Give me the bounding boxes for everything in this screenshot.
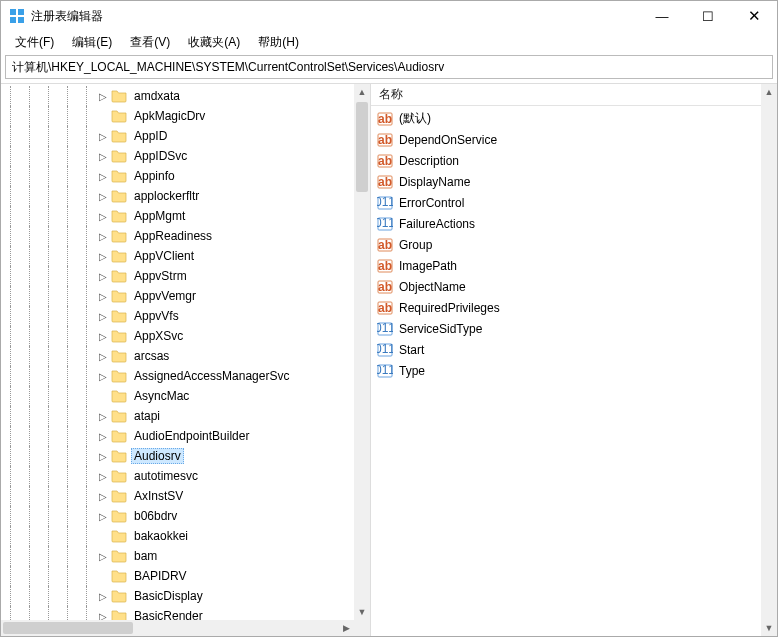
folder-icon (111, 509, 127, 523)
tree-item[interactable]: ▷Audiosrv (1, 446, 354, 466)
value-row[interactable]: abDisplayName (371, 171, 761, 192)
chevron-right-icon[interactable]: ▷ (96, 609, 110, 620)
chevron-right-icon[interactable]: ▷ (96, 229, 110, 243)
tree-item[interactable]: ▷AppIDSvc (1, 146, 354, 166)
scroll-down-icon[interactable]: ▼ (354, 604, 370, 620)
value-row[interactable]: 011FailureActions (371, 213, 761, 234)
chevron-right-icon[interactable]: ▷ (96, 349, 110, 363)
string-value-icon: ab (377, 153, 393, 169)
tree-item[interactable]: ▷AppvVfs (1, 306, 354, 326)
chevron-right-icon[interactable]: ▷ (96, 249, 110, 263)
chevron-right-icon[interactable]: ▷ (96, 189, 110, 203)
scroll-down-icon[interactable]: ▼ (761, 620, 777, 636)
tree-item-label: ApkMagicDrv (131, 108, 208, 124)
chevron-right-icon[interactable]: ▷ (96, 209, 110, 223)
tree-horizontal-scrollbar[interactable]: ◀ ▶ (1, 620, 354, 636)
tree-item[interactable]: ▷autotimesvc (1, 466, 354, 486)
tree-item[interactable]: ▷BasicRender (1, 606, 354, 620)
value-row[interactable]: abDependOnService (371, 129, 761, 150)
tree-hscroll-thumb[interactable] (3, 622, 133, 634)
chevron-right-icon[interactable]: ▷ (96, 489, 110, 503)
tree-item[interactable]: ▷bam (1, 546, 354, 566)
tree-item[interactable]: AsyncMac (1, 386, 354, 406)
tree-item[interactable]: bakaokkei (1, 526, 354, 546)
chevron-right-icon[interactable]: ▷ (96, 369, 110, 383)
tree-item[interactable]: ▷BasicDisplay (1, 586, 354, 606)
chevron-right-icon[interactable]: ▷ (96, 269, 110, 283)
value-row[interactable]: abImagePath (371, 255, 761, 276)
chevron-right-icon[interactable]: ▷ (96, 409, 110, 423)
tree-item[interactable]: ▷AppXSvc (1, 326, 354, 346)
chevron-right-icon[interactable]: ▷ (96, 89, 110, 103)
chevron-right-icon[interactable]: ▷ (96, 429, 110, 443)
tree-item[interactable]: ApkMagicDrv (1, 106, 354, 126)
value-row[interactable]: 011Type (371, 360, 761, 381)
svg-rect-1 (18, 9, 24, 15)
chevron-right-icon[interactable]: ▷ (96, 129, 110, 143)
chevron-right-icon[interactable]: ▷ (96, 329, 110, 343)
binary-value-icon: 011 (377, 195, 393, 211)
folder-icon (111, 369, 127, 383)
tree-item[interactable]: ▷atapi (1, 406, 354, 426)
value-name: DependOnService (399, 133, 497, 147)
tree-item[interactable]: ▷AppvVemgr (1, 286, 354, 306)
chevron-right-icon[interactable]: ▷ (96, 309, 110, 323)
folder-icon (111, 489, 127, 503)
binary-value-icon: 011 (377, 363, 393, 379)
tree-item[interactable]: ▷AppvStrm (1, 266, 354, 286)
list-column-header[interactable]: 名称 (371, 84, 761, 106)
chevron-right-icon[interactable]: ▷ (96, 289, 110, 303)
tree-item-label: autotimesvc (131, 468, 201, 484)
chevron-right-icon[interactable]: ▷ (96, 449, 110, 463)
chevron-right-icon[interactable]: ▷ (96, 169, 110, 183)
menu-item-0[interactable]: 文件(F) (7, 32, 62, 53)
value-row[interactable]: abGroup (371, 234, 761, 255)
chevron-right-icon[interactable]: ▷ (96, 549, 110, 563)
list-vertical-scrollbar[interactable]: ▲ ▼ (761, 84, 777, 636)
maximize-button[interactable]: ☐ (685, 1, 731, 31)
scroll-up-icon[interactable]: ▲ (761, 84, 777, 100)
tree-item-label: BasicDisplay (131, 588, 206, 604)
value-row[interactable]: abDescription (371, 150, 761, 171)
tree-item[interactable]: ▷AppMgmt (1, 206, 354, 226)
tree-item[interactable]: ▷AxInstSV (1, 486, 354, 506)
list-scroll[interactable]: 名称 ab(默认)abDependOnServiceabDescriptiona… (371, 84, 761, 636)
chevron-right-icon[interactable]: ▷ (96, 589, 110, 603)
chevron-right-icon[interactable]: ▷ (96, 469, 110, 483)
close-button[interactable]: ✕ (731, 1, 777, 31)
value-row[interactable]: ab(默认) (371, 108, 761, 129)
tree-item[interactable]: ▷b06bdrv (1, 506, 354, 526)
tree-item[interactable]: ▷applockerfltr (1, 186, 354, 206)
tree-item[interactable]: ▷AppID (1, 126, 354, 146)
tree-item[interactable]: ▷AudioEndpointBuilder (1, 426, 354, 446)
value-row[interactable]: 011Start (371, 339, 761, 360)
tree-vscroll-thumb[interactable] (356, 102, 368, 192)
tree-item[interactable]: ▷arcsas (1, 346, 354, 366)
tree-scroll[interactable]: ▷amdxataApkMagicDrv▷AppID▷AppIDSvc▷Appin… (1, 84, 354, 620)
tree-item[interactable]: ▷AppVClient (1, 246, 354, 266)
value-name: ServiceSidType (399, 322, 482, 336)
value-row[interactable]: 011ErrorControl (371, 192, 761, 213)
scroll-up-icon[interactable]: ▲ (354, 84, 370, 100)
address-bar[interactable]: 计算机\HKEY_LOCAL_MACHINE\SYSTEM\CurrentCon… (5, 55, 773, 79)
menu-item-4[interactable]: 帮助(H) (250, 32, 307, 53)
minimize-button[interactable]: — (639, 1, 685, 31)
chevron-right-icon[interactable]: ▷ (96, 149, 110, 163)
menu-item-2[interactable]: 查看(V) (122, 32, 178, 53)
chevron-right-icon[interactable]: ▷ (96, 509, 110, 523)
value-row[interactable]: abRequiredPrivileges (371, 297, 761, 318)
value-row[interactable]: 011ServiceSidType (371, 318, 761, 339)
tree-item[interactable]: ▷amdxata (1, 86, 354, 106)
value-row[interactable]: abObjectName (371, 276, 761, 297)
tree-item[interactable]: BAPIDRV (1, 566, 354, 586)
scroll-right-icon[interactable]: ▶ (338, 620, 354, 636)
tree-item-label: AppReadiness (131, 228, 215, 244)
menu-item-3[interactable]: 收藏夹(A) (180, 32, 248, 53)
tree-vertical-scrollbar[interactable]: ▲ ▼ (354, 84, 370, 620)
menu-item-1[interactable]: 编辑(E) (64, 32, 120, 53)
folder-icon (111, 309, 127, 323)
tree-item[interactable]: ▷AppReadiness (1, 226, 354, 246)
titlebar[interactable]: 注册表编辑器 — ☐ ✕ (1, 1, 777, 31)
tree-item[interactable]: ▷AssignedAccessManagerSvc (1, 366, 354, 386)
tree-item[interactable]: ▷Appinfo (1, 166, 354, 186)
